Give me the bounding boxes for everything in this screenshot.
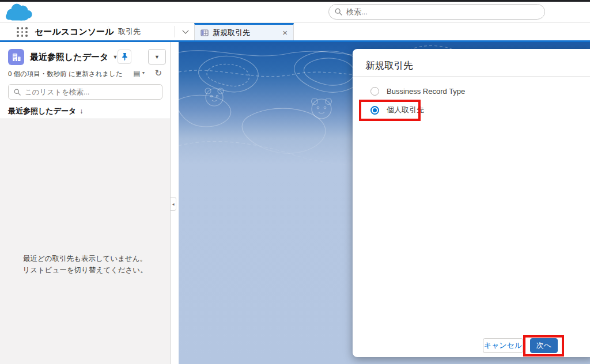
global-search-input[interactable] <box>346 7 539 16</box>
collapse-left-icon: ◂ <box>172 202 174 207</box>
app-launcher-waffle-icon[interactable] <box>17 27 28 37</box>
caret-down-icon: ▼ <box>154 54 160 60</box>
tab-label: 新規取引先 <box>213 28 250 38</box>
search-icon <box>335 8 342 16</box>
close-tab-icon[interactable]: × <box>282 28 288 37</box>
item-count-status: 0 個の項目・数秒前 に更新されました <box>8 70 123 77</box>
salesforce-console-window: セールスコンソール 取引先 新規取引先 × <box>0 0 590 364</box>
refresh-icon[interactable]: ↻ <box>154 68 162 78</box>
sidebar-collapse-handle[interactable]: ◂ <box>171 197 176 211</box>
modal-title: 新規取引先 <box>365 59 413 72</box>
workspace-background: 新規取引先 Bussiness Record Type 個人取引先 キャンセル … <box>179 42 590 364</box>
radio-label: 個人取引先 <box>387 105 424 115</box>
sort-down-icon: ↓ <box>80 107 83 115</box>
search-icon <box>14 89 21 96</box>
chevron-down-icon <box>182 27 188 33</box>
app-name[interactable]: セールスコンソール <box>35 23 114 40</box>
list-view-controls-button[interactable]: ▼ <box>148 49 166 65</box>
theme-accent-bar <box>0 40 590 42</box>
tab-new-account[interactable]: 新規取引先 × <box>194 23 294 40</box>
global-header <box>0 0 590 23</box>
list-search-box[interactable] <box>8 84 162 100</box>
nav-dropdown-button[interactable] <box>177 23 194 40</box>
window-top-edge <box>0 0 590 2</box>
list-meta-row: 0 個の項目・数秒前 に更新されました ▤▼ ↻ <box>8 70 164 80</box>
modal-divider <box>353 76 590 77</box>
list-view-sidebar: 最近参照したデータ▼ ▼ 0 個の項目・数秒前 に更新されました ▤▼ ↻ <box>0 42 171 364</box>
pin-list-button[interactable] <box>118 50 131 64</box>
radio-unselected-icon[interactable] <box>370 87 379 96</box>
caret-down-icon: ▼ <box>112 54 118 60</box>
radio-option-business-record-type[interactable]: Bussiness Record Type <box>370 87 465 96</box>
console-tab-bar: セールスコンソール 取引先 新規取引先 × <box>0 23 590 40</box>
astro-face-icon <box>312 98 332 119</box>
list-view-selector[interactable]: 最近参照したデータ▼ <box>30 49 118 65</box>
list-search-input[interactable] <box>25 88 157 96</box>
radio-option-person-account[interactable]: 個人取引先 <box>370 105 424 115</box>
list-view-title: 最近参照したデータ <box>30 52 108 62</box>
account-entity-icon <box>8 49 24 65</box>
sidebar-gutter: ◂ <box>171 42 179 364</box>
nav-divider <box>175 26 175 37</box>
next-button[interactable]: 次へ <box>530 338 558 353</box>
cancel-button[interactable]: キャンセル <box>483 338 523 353</box>
nav-divider <box>108 26 108 37</box>
nav-item-accounts[interactable]: 取引先 <box>118 23 141 40</box>
new-account-modal: 新規取引先 Bussiness Record Type 個人取引先 キャンセル … <box>353 49 590 357</box>
salesforce-cloud-logo <box>5 2 33 22</box>
list-sort-header-label: 最近参照したデータ <box>8 107 76 115</box>
list-body: 最近どの取引先も表示していません。 リストビューを切り替えてください。 <box>0 119 170 364</box>
radio-selected-icon[interactable] <box>370 106 379 115</box>
empty-state-message: 最近どの取引先も表示していません。 リストビューを切り替えてください。 <box>0 253 170 276</box>
list-sort-header[interactable]: 最近参照したデータ↓ <box>0 103 170 119</box>
global-search-box[interactable] <box>328 4 545 20</box>
radio-label: Bussiness Record Type <box>387 87 465 96</box>
display-as-icon[interactable]: ▤▼ <box>133 69 145 78</box>
record-table-icon <box>201 29 209 37</box>
pin-icon <box>122 52 128 61</box>
console-content: 最近参照したデータ▼ ▼ 0 個の項目・数秒前 に更新されました ▤▼ ↻ <box>0 42 590 364</box>
